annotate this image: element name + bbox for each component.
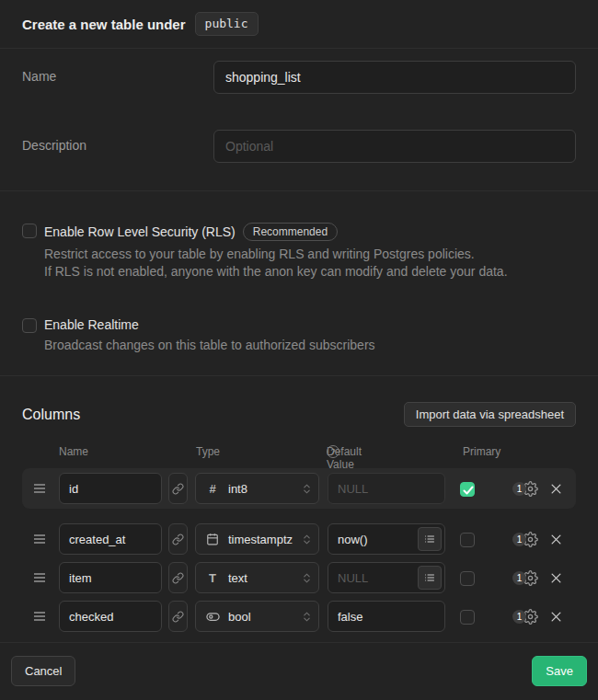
remove-column-icon[interactable] (549, 571, 563, 585)
column-row-id: # int8 1 (22, 468, 576, 509)
settings-count-badge: 1 (512, 610, 526, 624)
realtime-label: Enable Realtime (44, 317, 139, 332)
header-type: Type (196, 445, 220, 458)
description-label: Description (22, 130, 213, 153)
columns-heading: Columns (22, 407, 80, 423)
remove-column-icon[interactable] (549, 482, 563, 496)
column-type-select[interactable]: bool (195, 601, 319, 632)
columns-section: Columns Import data via spreadsheet Name… (0, 376, 598, 643)
import-spreadsheet-button[interactable]: Import data via spreadsheet (404, 402, 576, 427)
name-label: Name (22, 61, 213, 84)
chevron-up-down-icon (301, 534, 313, 545)
recommended-badge: Recommended (243, 223, 338, 241)
default-value-menu-icon[interactable] (418, 566, 442, 590)
column-name-input[interactable] (59, 473, 162, 504)
dialog-title: Create a new table under (22, 17, 186, 32)
schema-badge: public (195, 12, 259, 36)
column-type-value: timestamptz (228, 533, 293, 546)
column-name-input[interactable] (59, 601, 162, 632)
dialog-footer: Cancel Save (0, 643, 598, 698)
default-value-menu-icon[interactable] (418, 527, 442, 551)
foreign-key-link-icon[interactable] (168, 473, 188, 504)
drag-handle-icon[interactable] (33, 572, 46, 583)
hash-icon: # (205, 482, 220, 496)
remove-column-icon[interactable] (549, 533, 563, 546)
foreign-key-link-icon[interactable] (168, 562, 188, 593)
table-name-input[interactable] (213, 61, 576, 94)
drag-handle-icon[interactable] (33, 611, 46, 622)
primary-key-checkbox[interactable] (460, 571, 475, 586)
settings-count-badge: 1 (512, 571, 526, 585)
column-type-value: text (228, 571, 247, 585)
boolean-icon (205, 610, 220, 624)
column-name-input[interactable] (59, 523, 162, 555)
column-row-item: T text 1 (22, 558, 576, 597)
column-row-checked: bool 1 (22, 597, 576, 636)
table-description-input[interactable] (213, 130, 576, 163)
column-settings-button[interactable]: 1 (512, 609, 538, 625)
drag-handle-icon[interactable] (33, 483, 46, 494)
rls-label: Enable Row Level Security (RLS) (44, 224, 236, 239)
remove-column-icon[interactable] (549, 610, 563, 624)
column-name-input[interactable] (59, 562, 162, 593)
realtime-toggle-block: Enable Realtime Broadcast changes on thi… (22, 317, 576, 354)
column-type-select[interactable]: # int8 (195, 473, 319, 504)
column-default-input[interactable] (328, 601, 445, 632)
foreign-key-link-icon[interactable] (168, 523, 188, 555)
primary-key-checkbox[interactable] (460, 533, 475, 547)
rls-description-line2: If RLS is not enabled, anyone with the a… (44, 263, 508, 281)
create-table-dialog: Create a new table under public Name Des… (0, 0, 598, 700)
chevron-up-down-icon (301, 483, 313, 495)
header-name: Name (59, 445, 88, 458)
foreign-key-link-icon[interactable] (168, 601, 188, 632)
column-type-select[interactable]: T text (195, 562, 319, 593)
table-options-section: Enable Row Level Security (RLS) Recommen… (0, 191, 598, 376)
save-button[interactable]: Save (532, 656, 587, 686)
calendar-icon (205, 533, 220, 545)
column-type-select[interactable]: timestamptz (195, 523, 319, 555)
column-row-created-at: timestamptz 1 (22, 520, 576, 558)
column-default-input (328, 473, 445, 504)
header-primary: Primary (463, 445, 500, 458)
columns-table-header: Name Type Default Value ? Primary (22, 445, 576, 458)
text-type-icon: T (205, 571, 220, 585)
dialog-header: Create a new table under public (0, 0, 598, 49)
settings-count-badge: 1 (512, 482, 526, 496)
primary-key-checkbox[interactable] (460, 610, 475, 625)
column-type-value: bool (228, 610, 251, 624)
settings-count-badge: 1 (512, 533, 526, 546)
column-settings-button[interactable]: 1 (512, 481, 538, 497)
help-icon[interactable]: ? (327, 445, 339, 458)
realtime-description: Broadcast changes on this table to autho… (44, 337, 375, 354)
cancel-button[interactable]: Cancel (11, 656, 75, 686)
table-details-section: Name Description (0, 49, 598, 191)
chevron-up-down-icon (301, 572, 313, 584)
realtime-checkbox[interactable] (22, 318, 37, 333)
rls-description-line1: Restrict access to your table by enablin… (44, 246, 508, 263)
primary-key-checkbox[interactable] (460, 482, 475, 497)
rls-checkbox[interactable] (22, 224, 37, 238)
chevron-up-down-icon (301, 611, 313, 623)
column-settings-button[interactable]: 1 (512, 570, 538, 586)
drag-handle-icon[interactable] (33, 534, 46, 545)
column-settings-button[interactable]: 1 (512, 532, 538, 547)
column-type-value: int8 (228, 482, 247, 496)
rls-toggle-block: Enable Row Level Security (RLS) Recommen… (22, 223, 576, 281)
